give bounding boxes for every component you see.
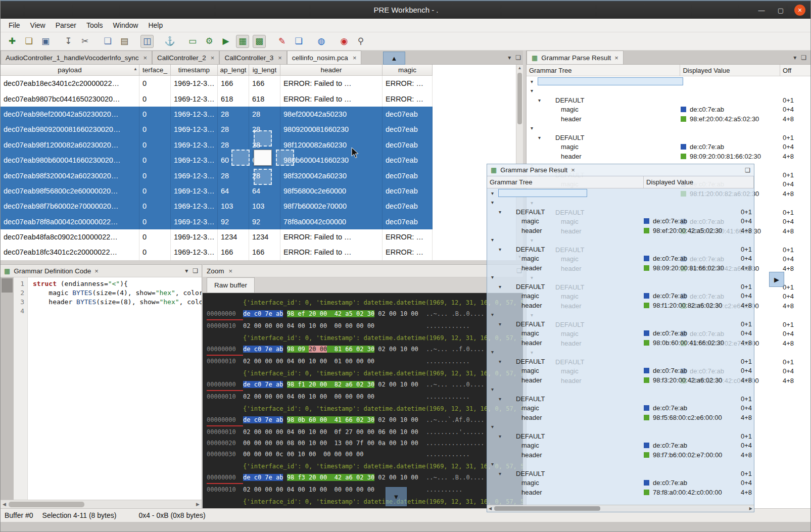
dock-layout-icon[interactable]: ◫ <box>140 35 154 48</box>
grid-alt-icon[interactable]: ▩ <box>253 35 266 48</box>
document-tab-2[interactable]: CallController_2× <box>152 51 219 64</box>
document-tab-4[interactable]: cellinfo_nosim.pca× <box>287 51 362 64</box>
code-overview-strip[interactable] <box>1 277 14 500</box>
tree-branch-row[interactable]: ▾ <box>487 198 754 208</box>
chevron-down-icon[interactable]: ▾ <box>491 386 497 392</box>
menu-help[interactable]: Help <box>143 19 168 32</box>
dock-edge-bottom-indicator[interactable]: ▼ <box>386 487 407 506</box>
column-header-header[interactable]: header <box>280 65 383 75</box>
dock-drop-top[interactable] <box>254 130 272 147</box>
monitor-icon[interactable]: ▭ <box>186 35 199 48</box>
floating-horizontal-scrollbar[interactable]: ◀ ▶ <box>487 505 754 512</box>
grammar-parse-result-tab[interactable]: ▦ Grammar Parse Result × <box>527 51 624 64</box>
chevron-down-icon[interactable]: ▾ <box>491 312 497 317</box>
table-row[interactable]: dec07eab98ef200042a50230020…01969-12-3…2… <box>1 107 433 122</box>
chevron-down-icon[interactable]: ▾ <box>531 125 537 131</box>
tree-field-magic[interactable]: magicde:c0:7e:ab0+4 <box>527 105 811 115</box>
tree-root-row[interactable]: ▾ <box>487 188 754 198</box>
tree-field-magic[interactable]: magicde:c0:7e:ab0+4 <box>487 441 754 451</box>
hex-line[interactable]: 0000003000 00 00 0c 00 10 00 00 00 00 00… <box>207 449 526 460</box>
gear-icon[interactable]: ⚙ <box>203 35 216 48</box>
chevron-down-icon[interactable]: ▾ <box>538 135 544 140</box>
chevron-down-icon[interactable]: ▾ <box>499 359 505 364</box>
tree-field-header[interactable]: header98:09:20:00:81:66:02:304+8 <box>487 263 754 273</box>
tree-branch-row[interactable]: ▾ <box>487 235 754 245</box>
tree-node-default[interactable]: ▾DEFAULT0+1 <box>487 431 754 441</box>
close-icon[interactable]: × <box>353 54 357 62</box>
float-panel-icon[interactable]: ❏ <box>801 54 806 61</box>
tree-node-default[interactable]: ▾DEFAULT0+1 <box>487 245 754 254</box>
panel-menu-icon[interactable]: ▾ <box>185 267 188 274</box>
window-icon[interactable]: ❏ <box>292 35 305 48</box>
scroll-thumb[interactable] <box>517 73 522 124</box>
column-header-ig_lengt[interactable]: ig_lengt <box>249 65 280 75</box>
chevron-down-icon[interactable]: ▾ <box>491 274 497 280</box>
pin-icon[interactable]: ◉ <box>338 35 351 48</box>
splitter-horizontal[interactable] <box>1 260 526 264</box>
dock-drop-right[interactable] <box>276 150 294 166</box>
scroll-thumb[interactable] <box>494 506 600 511</box>
panel-header[interactable]: Zoom × ❏ <box>203 265 526 277</box>
maximize-button[interactable]: ▢ <box>775 5 786 16</box>
tree-root-row[interactable]: ▾ <box>527 77 811 86</box>
chevron-down-icon[interactable]: ▾ <box>499 433 505 439</box>
column-displayed-value[interactable]: Displayed Value <box>644 176 754 188</box>
chevron-down-icon[interactable]: ▾ <box>491 424 497 429</box>
panel-header[interactable]: ▦ Grammar Definition Code × ▾ ❏ <box>1 265 202 277</box>
column-header-payload[interactable]: payload▲ <box>1 65 139 75</box>
tree-field-header[interactable]: header98:ef:20:00:42:a5:02:304+8 <box>487 226 754 235</box>
marker-icon[interactable]: ✎ <box>275 35 289 48</box>
float-panel-icon[interactable]: ❏ <box>745 167 750 174</box>
cut-icon[interactable]: ✂ <box>78 35 91 48</box>
new-file-icon[interactable]: ✚ <box>6 35 19 48</box>
hex-line[interactable]: 00000000de c0 7e ab 98 ef 20 00 42 a5 02… <box>207 308 526 320</box>
title-bar[interactable]: PRE Workbench - . — ▢ × <box>1 1 811 19</box>
tree-branch-row[interactable]: ▾ <box>487 273 754 282</box>
chevron-down-icon[interactable]: ▾ <box>491 200 497 205</box>
hex-line[interactable]: 0000001002 00 00 00 04 00 10 00 00 00 00… <box>207 391 526 402</box>
chevron-down-icon[interactable]: ▾ <box>531 79 537 84</box>
menu-tools[interactable]: Tools <box>81 19 108 32</box>
chevron-down-icon[interactable]: ▾ <box>491 237 497 243</box>
tree-field-header[interactable]: header98:09:20:00:81:66:02:304+8 <box>527 152 811 161</box>
chevron-down-icon[interactable]: ▾ <box>491 461 497 467</box>
table-row[interactable]: dec07eab9809200081660230020…01969-12-3…2… <box>1 122 433 137</box>
tree-field-magic[interactable]: magicde:c0:7e:ab0+4 <box>487 366 754 376</box>
tree-branch-row[interactable]: ▾ <box>527 124 811 133</box>
panel-menu-icon[interactable]: ▾ <box>793 54 796 61</box>
close-icon[interactable]: × <box>278 54 282 62</box>
close-icon[interactable]: × <box>143 54 147 62</box>
hex-line[interactable]: 0000001002 00 00 00 04 00 10 00 0f 27 00… <box>207 426 526 438</box>
chevron-down-icon[interactable]: ▾ <box>499 284 505 289</box>
tree-node-default[interactable]: ▾DEFAULT0+1 <box>527 95 811 105</box>
table-row[interactable]: dec07eab98f56800c2e60000020…01969-12-3…6… <box>1 183 433 199</box>
open-file-icon[interactable]: ❏ <box>22 35 35 48</box>
document-tab-1[interactable]: AudioController_1_handleVocoderInfo_sync… <box>1 51 152 64</box>
scroll-up-icon[interactable]: ▲ <box>516 65 523 71</box>
chevron-down-icon[interactable]: ▾ <box>499 321 505 327</box>
chevron-down-icon[interactable]: ▾ <box>491 349 497 355</box>
column-header-ap_lengt[interactable]: ap_lengt <box>218 65 249 75</box>
tree-field-header[interactable]: header98:f1:20:00:82:a6:02:304+8 <box>487 301 754 310</box>
menu-file[interactable]: File <box>4 19 25 32</box>
column-header-timestamp[interactable]: timestamp <box>171 65 218 75</box>
column-displayed-value[interactable]: Displayed Value <box>680 65 780 76</box>
scroll-left-icon[interactable]: ◀ <box>3 502 6 507</box>
tree-field-header[interactable]: header98:f3:20:00:42:a6:02:304+8 <box>487 375 754 385</box>
tree-node-default[interactable]: ▾DEFAULT0+1 <box>487 394 754 404</box>
table-row[interactable]: dec07eab78f8a00042c00000022…01969-12-3…9… <box>1 214 433 229</box>
tree-field-magic[interactable]: magicde:c0:7e:ab0+4 <box>487 217 754 226</box>
tree-field-header[interactable]: header98:ef:20:00:42:a5:02:304+8 <box>527 114 811 124</box>
floating-title-bar[interactable]: ▦ Grammar Parse Result × ❏ <box>487 164 754 176</box>
document-tab-3[interactable]: CallController_3× <box>219 51 287 64</box>
table-row[interactable]: dec07eab48fa8c0902c10000022…01969-12-3…1… <box>1 229 433 245</box>
chevron-down-icon[interactable]: ▾ <box>531 88 537 93</box>
dock-edge-top-indicator[interactable]: ▲ <box>383 52 405 65</box>
tree-branch-row[interactable]: ▾ <box>487 385 754 395</box>
tab-raw-buffer[interactable]: Raw buffer <box>207 277 255 293</box>
float-area-icon[interactable]: ❏ <box>515 54 521 61</box>
table-row[interactable]: dec07eab18ec3401c2c20000022…01969-12-3…1… <box>1 76 433 91</box>
save-icon[interactable]: ▣ <box>39 35 52 48</box>
tree-node-default[interactable]: ▾DEFAULT0+1 <box>487 319 754 329</box>
tree-node-default[interactable]: ▾DEFAULT0+1 <box>487 469 754 478</box>
